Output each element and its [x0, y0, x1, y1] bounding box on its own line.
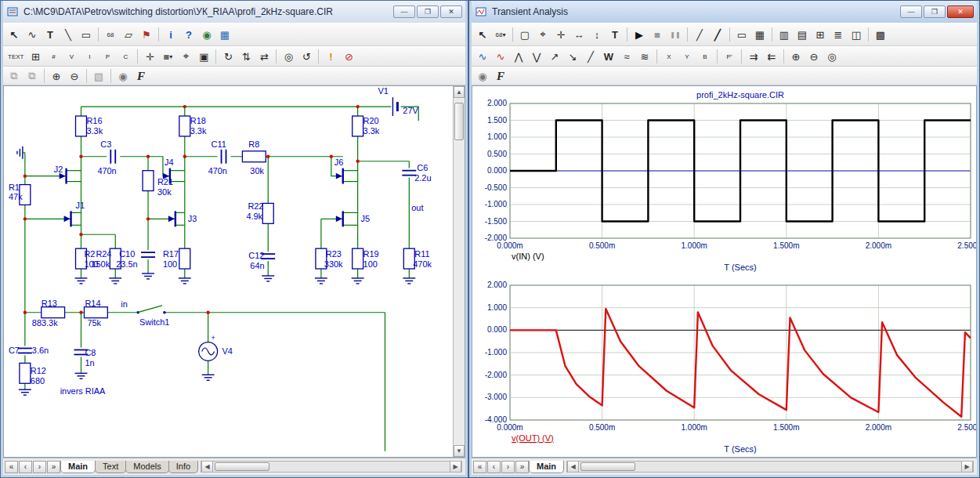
grid-dropdown-icon[interactable]: ▦▾: [159, 49, 176, 64]
node-numbers-icon[interactable]: #: [45, 49, 62, 64]
warning-icon[interactable]: !: [322, 49, 339, 64]
stop-flag-icon[interactable]: ⊘: [340, 49, 357, 64]
help-mode-icon[interactable]: ?: [180, 27, 197, 42]
analysis-titlebar[interactable]: Transient Analysis — ❐ ✕: [472, 1, 977, 23]
component-combo-icon[interactable]: 68▾: [492, 27, 509, 42]
shapes-icon[interactable]: ▱: [120, 27, 137, 42]
border-icon[interactable]: ▣: [195, 49, 212, 64]
tab-scroll-next[interactable]: ›: [501, 461, 515, 473]
tracker-icon[interactable]: ◫: [848, 27, 865, 42]
globe-icon[interactable]: ◉: [474, 68, 491, 84]
text-mode-icon[interactable]: T: [42, 27, 59, 42]
tab-scroll-last[interactable]: »: [47, 461, 60, 473]
picture-icon[interactable]: ▦: [216, 27, 233, 42]
thick-line-icon[interactable]: ╱: [709, 27, 726, 42]
zoom-out-icon[interactable]: ⊖: [805, 49, 823, 64]
scope-icon[interactable]: ▭: [733, 27, 750, 42]
tab-models[interactable]: Models: [125, 461, 168, 473]
next-trace-icon[interactable]: ∿: [492, 49, 509, 64]
run-icon[interactable]: ▶: [631, 27, 648, 42]
period-icon[interactable]: ≈: [618, 49, 635, 64]
horizontal-tag-icon[interactable]: ↔: [570, 27, 588, 42]
tab-text[interactable]: Text: [95, 461, 126, 473]
text-icon[interactable]: T: [606, 27, 624, 42]
hscroll-thumb[interactable]: [215, 462, 269, 471]
high-icon[interactable]: ↗: [546, 49, 563, 64]
select-icon[interactable]: ↖: [474, 27, 491, 42]
powers-icon[interactable]: P: [99, 49, 116, 64]
go-to-y-icon[interactable]: Y: [678, 49, 696, 64]
close-button[interactable]: ✕: [947, 5, 974, 18]
select-area-icon[interactable]: ▧: [90, 68, 107, 84]
hscroll-track[interactable]: [213, 462, 450, 472]
schematic-vscrollbar[interactable]: ▲ ▼: [453, 86, 465, 457]
stop-icon[interactable]: ■: [649, 27, 666, 42]
find-icon[interactable]: ◎: [280, 49, 297, 64]
scroll-left-button[interactable]: ◀: [201, 462, 213, 472]
keep-cursors-icon[interactable]: ⇇: [763, 49, 780, 64]
tag-label-icon[interactable]: P': [721, 49, 738, 64]
maximize-button[interactable]: ❐: [417, 5, 439, 18]
component-bin-icon[interactable]: 68: [102, 27, 119, 42]
schematic-hscrollbar[interactable]: ◀ ▶: [201, 461, 462, 473]
point-tag-icon[interactable]: ✛: [552, 27, 570, 42]
scroll-up-button[interactable]: ▲: [454, 86, 465, 98]
schematic-canvas[interactable]: +V127VR163.3kC3470nR183.3kC11470nR830kR2…: [3, 85, 465, 458]
copy-page-icon[interactable]: ⧉: [5, 68, 23, 84]
low-icon[interactable]: ↘: [564, 49, 581, 64]
tab-scroll-prev[interactable]: ‹: [487, 461, 501, 473]
transient-plot-vout[interactable]: 2.0001.0000.000-1.000-2.000-3.000-4.0000…: [474, 279, 977, 458]
peak-icon[interactable]: ⋀: [510, 49, 527, 64]
analysis-hscrollbar[interactable]: ◀ ▶: [566, 461, 974, 473]
font-icon[interactable]: F: [492, 68, 509, 84]
scroll-left-button[interactable]: ◀: [567, 462, 579, 472]
frequency-icon[interactable]: ≋: [636, 49, 653, 64]
waveform-select-icon[interactable]: ∿: [474, 49, 491, 64]
schematic-drawing[interactable]: +V127VR163.3kC3470nR183.3kC11470nR830kR2…: [4, 86, 454, 458]
browse-mode-icon[interactable]: ◉: [198, 27, 215, 42]
go-to-x-icon[interactable]: X: [660, 49, 678, 64]
pause-icon[interactable]: ❚❚: [667, 27, 684, 42]
scroll-right-button[interactable]: ▶: [961, 462, 973, 472]
scroll-down-button[interactable]: ▼: [454, 445, 465, 457]
close-button[interactable]: ✕: [440, 5, 462, 18]
ruler-icon[interactable]: ▥: [776, 27, 793, 42]
zoom-area-icon[interactable]: ◎: [823, 49, 841, 64]
baseline-icon[interactable]: ≣: [830, 27, 847, 42]
transient-plot-vin[interactable]: 2.0001.5001.0000.5000.000-0.500-1.000-1.…: [474, 88, 977, 276]
go-to-branch-icon[interactable]: B: [696, 49, 714, 64]
data-points-icon[interactable]: ▦: [751, 27, 768, 42]
zoom-out-icon[interactable]: ⊖: [66, 68, 83, 84]
tab-info[interactable]: Info: [168, 461, 198, 473]
globe-icon[interactable]: ◉: [114, 68, 132, 84]
tab-scroll-last[interactable]: »: [515, 461, 529, 473]
vertical-tag-icon[interactable]: ↕: [588, 27, 606, 42]
valley-icon[interactable]: ⋁: [528, 49, 545, 64]
flag-mode-icon[interactable]: ⚑: [138, 27, 155, 42]
text-attributes-icon[interactable]: TEXT: [5, 49, 26, 64]
rotate-icon[interactable]: ↻: [219, 49, 237, 64]
align-cursors-icon[interactable]: ⇉: [745, 49, 762, 64]
select-icon[interactable]: ↖: [5, 27, 23, 42]
attribute-display-icon[interactable]: ⊞: [27, 49, 44, 64]
vscroll-thumb[interactable]: [454, 103, 464, 140]
hscroll-track[interactable]: [579, 462, 961, 472]
tab-scroll-first[interactable]: «: [473, 461, 486, 473]
currents-icon[interactable]: I: [81, 49, 98, 64]
node-voltages-icon[interactable]: V: [63, 49, 80, 64]
repeat-icon[interactable]: ↺: [298, 49, 315, 64]
slope-icon[interactable]: ╱: [582, 49, 599, 64]
conditions-icon[interactable]: C: [117, 49, 134, 64]
charts-area[interactable]: 2.0001.5001.0000.5000.000-0.500-1.000-1.…: [472, 85, 977, 458]
pin-connections-icon[interactable]: ✛: [141, 49, 158, 64]
zoom-in-icon[interactable]: ⊕: [787, 49, 805, 64]
crosshair-icon[interactable]: ⌖: [177, 49, 194, 64]
font-icon[interactable]: F: [132, 68, 150, 84]
single-line-icon[interactable]: ╱: [691, 27, 708, 42]
tab-main[interactable]: Main: [60, 461, 96, 473]
scroll-right-button[interactable]: ▶: [450, 462, 461, 472]
global-high-low-icon[interactable]: W: [600, 49, 617, 64]
flip-y-icon[interactable]: ⇅: [237, 49, 255, 64]
rectangle-mode-icon[interactable]: ▭: [78, 27, 95, 42]
tab-scroll-next[interactable]: ›: [33, 461, 46, 473]
